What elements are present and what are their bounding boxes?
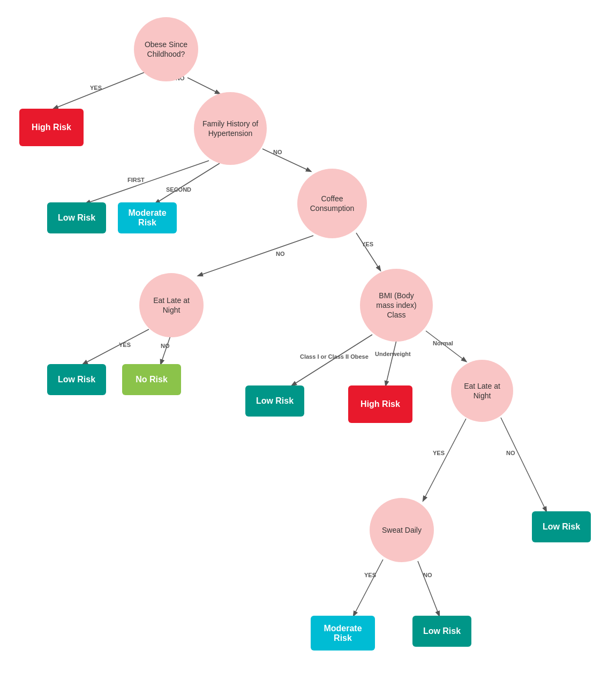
label-no-sweat: NO bbox=[423, 572, 432, 578]
label-no-eatlate2: NO bbox=[506, 450, 515, 456]
node-bmi: BMI (Bodymass index)Class bbox=[360, 269, 433, 342]
label-no-family: NO bbox=[273, 149, 282, 155]
node-eat-late-1: Eat Late atNight bbox=[139, 273, 204, 337]
svg-line-0 bbox=[54, 72, 145, 109]
svg-line-9 bbox=[292, 335, 372, 385]
svg-line-8 bbox=[161, 336, 170, 364]
label-no-coffee: NO bbox=[276, 251, 285, 257]
svg-line-15 bbox=[418, 561, 439, 616]
node-high-risk-1: High Risk bbox=[19, 109, 84, 146]
node-low-risk-2: Low Risk bbox=[47, 364, 106, 395]
svg-line-11 bbox=[426, 331, 466, 361]
label-no-eatlate1: NO bbox=[161, 343, 170, 349]
label-normal-bmi: Normal bbox=[433, 340, 453, 346]
svg-line-6 bbox=[356, 233, 380, 270]
svg-line-2 bbox=[86, 161, 209, 203]
label-yes-eatlate1: YES bbox=[119, 342, 131, 348]
label-yes-obese: YES bbox=[90, 85, 102, 91]
node-coffee: CoffeeConsumption bbox=[297, 169, 367, 238]
svg-line-4 bbox=[262, 149, 311, 171]
node-low-risk-4: Low Risk bbox=[532, 511, 591, 542]
label-underweight-bmi: Underweight bbox=[375, 351, 411, 357]
label-second-family: SECOND bbox=[166, 186, 191, 193]
svg-line-7 bbox=[83, 329, 149, 364]
svg-line-1 bbox=[187, 78, 220, 94]
svg-line-12 bbox=[423, 419, 466, 501]
node-no-risk: No Risk bbox=[122, 364, 181, 395]
label-class-bmi: Class I or Class II Obese bbox=[300, 353, 369, 360]
node-family-history: Family History ofHypertension bbox=[194, 92, 267, 165]
svg-line-5 bbox=[198, 236, 313, 276]
node-low-risk-1: Low Risk bbox=[47, 202, 106, 233]
svg-line-10 bbox=[386, 341, 396, 385]
node-low-risk-3: Low Risk bbox=[245, 385, 304, 417]
node-eat-late-2: Eat Late atNight bbox=[451, 360, 513, 422]
label-yes-coffee: YES bbox=[362, 241, 373, 247]
label-first-family: FIRST bbox=[127, 177, 145, 183]
node-moderate-risk-1: ModerateRisk bbox=[118, 202, 177, 233]
label-yes-sweat: YES bbox=[364, 572, 376, 578]
svg-line-13 bbox=[501, 418, 546, 511]
node-sweat-daily: Sweat Daily bbox=[370, 498, 434, 562]
label-yes-eatlate2: YES bbox=[433, 450, 445, 456]
node-high-risk-2: High Risk bbox=[348, 385, 412, 423]
svg-line-3 bbox=[155, 163, 220, 203]
node-moderate-risk-2: ModerateRisk bbox=[311, 616, 375, 651]
svg-line-14 bbox=[354, 559, 383, 616]
node-low-risk-5: Low Risk bbox=[412, 616, 471, 647]
node-obese: Obese SinceChildhood? bbox=[134, 17, 198, 81]
